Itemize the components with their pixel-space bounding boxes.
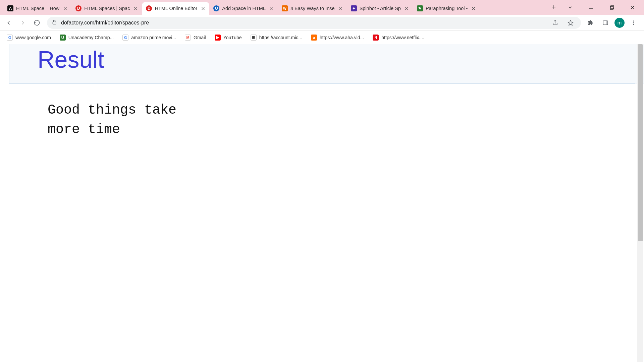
minimize-button[interactable] — [584, 1, 598, 14]
url-input[interactable] — [61, 20, 545, 26]
tab-favicon: ✎ — [417, 5, 423, 11]
bookmark-favicon: N — [373, 35, 379, 41]
bookmark-label: https://www.aha.vid... — [320, 35, 364, 40]
tab-favicon: Λ — [7, 5, 13, 11]
bookmarks-bar: Gwww.google.comUUnacademy Champ...Gamazo… — [0, 31, 644, 44]
maximize-button[interactable] — [604, 1, 619, 14]
bookmark-label: https://www.netflix.... — [381, 35, 424, 40]
browser-tab[interactable]: w4 Easy Ways to Inse — [278, 2, 347, 15]
bookmark-label: YouTube — [223, 35, 242, 40]
bookmark-label: https://account.mic... — [259, 35, 302, 40]
browser-tab[interactable]: ΛHTML Space – How — [3, 2, 71, 15]
browser-tab[interactable]: UAdd Space in HTML — [209, 2, 278, 15]
bookmark-item[interactable]: Gwww.google.com — [3, 33, 54, 42]
sidepanel-icon[interactable] — [600, 17, 611, 28]
browser-toolbar: m — [0, 15, 644, 31]
tab-close-icon[interactable] — [62, 5, 68, 11]
bookmark-favicon: G — [122, 35, 128, 41]
tab-title: HTML Online Editor — [155, 6, 197, 11]
bookmark-label: www.google.com — [15, 35, 51, 40]
profile-initial: m — [618, 20, 622, 25]
tab-close-icon[interactable] — [200, 5, 206, 11]
profile-avatar[interactable]: m — [614, 18, 625, 28]
tab-search-button[interactable] — [563, 1, 578, 14]
result-header: Result — [9, 44, 644, 83]
share-icon[interactable] — [549, 17, 561, 28]
tabs-row: ΛHTML Space – HowDHTML Spaces | SpacDHTM… — [0, 0, 547, 15]
bookmark-item[interactable]: UUnacademy Champ... — [56, 33, 117, 42]
browser-tab[interactable]: ✎Paraphrasing Tool - — [413, 2, 480, 15]
tab-title: Add Space in HTML — [222, 6, 266, 11]
bookmark-favicon: M — [185, 35, 191, 41]
bookmark-favicon: ⊞ — [251, 35, 257, 41]
lock-icon — [52, 19, 57, 26]
bookmark-favicon: G — [7, 35, 13, 41]
address-bar[interactable] — [47, 17, 581, 29]
bookmark-star-icon[interactable] — [565, 17, 576, 28]
tab-favicon: w — [282, 5, 288, 11]
svg-marker-21 — [568, 20, 573, 25]
result-heading: Result — [38, 46, 644, 73]
tab-title: HTML Spaces | Spac — [84, 6, 130, 11]
extensions-icon[interactable] — [585, 17, 596, 28]
tab-title: Paraphrasing Tool - — [426, 6, 468, 11]
svg-rect-22 — [603, 21, 608, 25]
result-body: Good things take more time — [9, 83, 635, 338]
tab-favicon: D — [75, 5, 82, 11]
bookmark-label: Gmail — [194, 35, 206, 40]
forward-button[interactable] — [17, 17, 29, 29]
browser-tab[interactable]: ✦Spinbot - Article Sp — [347, 2, 413, 15]
tab-close-icon[interactable] — [470, 5, 476, 11]
tab-close-icon[interactable] — [132, 5, 139, 11]
svg-rect-19 — [53, 22, 56, 24]
bookmark-item[interactable]: ⊞https://account.mic... — [247, 33, 306, 42]
new-tab-button[interactable]: ＋ — [549, 2, 559, 12]
svg-point-24 — [633, 20, 634, 21]
browser-tab[interactable]: DHTML Online Editor — [142, 2, 209, 15]
browser-tabstrip: ΛHTML Space – HowDHTML Spaces | SpacDHTM… — [0, 0, 644, 15]
tab-title: HTML Space – How — [16, 6, 59, 11]
tab-favicon: ✦ — [351, 5, 357, 11]
tab-title: Spinbot - Article Sp — [360, 6, 401, 11]
bookmark-item[interactable]: ahttps://www.aha.vid... — [308, 33, 367, 42]
bookmark-label: amazon prime movi... — [131, 35, 176, 40]
bookmark-favicon: U — [60, 35, 66, 41]
tab-close-icon[interactable] — [337, 5, 343, 11]
bookmark-item[interactable]: Gamazon prime movi... — [119, 33, 179, 42]
tab-title: 4 Easy Ways to Inse — [290, 6, 335, 11]
bookmark-favicon: ▶ — [215, 35, 221, 41]
bookmark-favicon: a — [311, 35, 317, 41]
toolbar-right-icons: m — [585, 17, 641, 28]
bookmark-item[interactable]: Nhttps://www.netflix.... — [369, 33, 428, 42]
bookmark-label: Unacademy Champ... — [68, 35, 114, 40]
close-window-button[interactable] — [625, 1, 640, 14]
tab-close-icon[interactable] — [268, 5, 274, 11]
scrollbar-thumb[interactable] — [638, 44, 643, 241]
back-button[interactable] — [3, 17, 15, 29]
reload-button[interactable] — [31, 17, 43, 29]
tab-close-icon[interactable] — [404, 5, 410, 11]
svg-point-26 — [633, 24, 634, 25]
kebab-menu-icon[interactable] — [628, 17, 639, 28]
svg-point-25 — [633, 22, 634, 23]
bookmark-item[interactable]: MGmail — [181, 33, 209, 42]
browser-tab[interactable]: DHTML Spaces | Spac — [71, 2, 142, 15]
vertical-scrollbar[interactable] — [637, 44, 643, 362]
tab-favicon: U — [213, 5, 219, 11]
preformatted-output: Good things take more time — [48, 101, 635, 139]
window-controls — [559, 1, 644, 14]
tab-favicon: D — [146, 5, 152, 11]
bookmark-item[interactable]: ▶YouTube — [211, 33, 245, 42]
page-content: Result Good things take more time — [0, 44, 644, 362]
